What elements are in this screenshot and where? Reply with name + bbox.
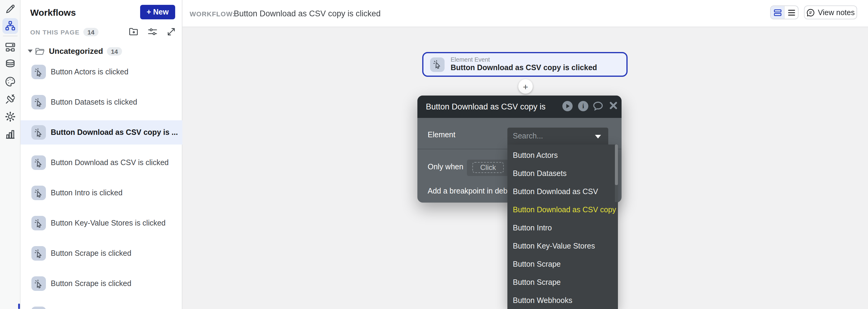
event-type-label: Element Event <box>451 56 490 63</box>
on-this-page-row: ON THIS PAGE 14 <box>30 27 99 36</box>
popup-title: Button Download as CSV copy is <box>426 95 546 118</box>
dropdown-option[interactable]: Button Key-Value Stores <box>507 237 618 255</box>
workflow-item-label: Button Actors is clicked <box>51 60 128 84</box>
comment-icon[interactable] <box>593 101 603 111</box>
database-icon[interactable] <box>2 56 18 72</box>
cursor-click-icon <box>31 216 46 230</box>
cursor-click-icon <box>31 156 46 170</box>
popup-titlebar[interactable]: Button Download as CSV copy is i <box>417 95 622 118</box>
dropdown-caret-icon <box>595 135 601 138</box>
add-step-button[interactable]: + <box>518 79 533 94</box>
dropdown-option[interactable]: Button Scrape <box>507 273 618 291</box>
folder-icon <box>35 47 45 55</box>
workflow-list-item[interactable]: Button Download as CSV is clicked <box>21 150 182 175</box>
workflow-list-item[interactable]: Button Actors is clicked <box>21 60 182 84</box>
cursor-click-icon <box>31 246 46 261</box>
element-dropdown-list: Button ActorsButton DatasetsButton Downl… <box>507 144 618 309</box>
list-view-icon[interactable] <box>784 6 798 19</box>
sliders-icon[interactable] <box>147 27 158 37</box>
dropdown-option[interactable]: Button Webhooks <box>507 291 618 309</box>
click-condition-chip[interactable]: Click <box>472 162 504 173</box>
workflow-item-label: Button Download as CSV copy is ... <box>51 120 178 144</box>
components-icon[interactable] <box>2 39 18 55</box>
workflow-title: Button Download as CSV copy is clicked <box>234 0 380 27</box>
workflow-list-item[interactable]: Button Download as CSV copy is ... <box>21 120 182 144</box>
workflow-list-item[interactable]: Button Key-Value Stores is clicked <box>21 211 182 235</box>
workflow-header: WORKFLOW: Button Download as CSV copy is… <box>182 0 868 27</box>
gear-icon[interactable] <box>2 109 18 124</box>
workflow-item-label: Button Scrape is clicked <box>51 241 131 265</box>
cursor-click-icon <box>31 186 46 200</box>
workflow-editor: Workflows + New ON THIS PAGE 14 Uncatego… <box>0 0 868 309</box>
dropdown-scroll-thumb[interactable] <box>615 144 618 185</box>
left-icon-rail <box>0 0 21 309</box>
workflow-item-label: Button Scrape is clicked <box>51 272 131 296</box>
cards-view-icon[interactable] <box>771 6 784 19</box>
folder-plus-icon[interactable] <box>129 27 139 37</box>
dropdown-option[interactable]: Button Intro <box>507 219 618 237</box>
view-notes-label: View notes <box>818 8 855 17</box>
dropdown-option[interactable]: Button Scrape <box>507 255 618 273</box>
workflow-item-label: Button Intro is clicked <box>51 181 123 205</box>
pencil-icon[interactable] <box>2 1 18 17</box>
workflow-item-label: Button Key-Value Stores is clicked <box>51 211 165 235</box>
only-when-label: Only when <box>428 163 463 171</box>
rail-divider <box>3 36 18 36</box>
element-event-card[interactable]: Element Event Button Download as CSV cop… <box>422 52 628 77</box>
folder-count: 14 <box>106 47 122 55</box>
dropdown-option[interactable]: Button Actors <box>507 146 618 164</box>
workflow-list-item[interactable]: Button Scrape is clicked <box>21 272 182 296</box>
workflow-list-item[interactable] <box>21 302 182 309</box>
cursor-click-icon <box>430 57 444 72</box>
breakpoint-link[interactable]: Add a breakpoint in deb <box>428 187 510 195</box>
element-label: Element <box>428 131 456 139</box>
view-notes-button[interactable]: View notes <box>804 5 857 19</box>
search-placeholder: Search... <box>513 127 543 144</box>
only-when-field[interactable]: Click <box>467 160 514 176</box>
new-workflow-button[interactable]: + New <box>140 5 175 19</box>
dropdown-option[interactable]: Button Datasets <box>507 164 618 182</box>
chevron-down-icon[interactable] <box>28 50 33 53</box>
close-icon[interactable] <box>609 101 619 111</box>
sidebar-title: Workflows <box>30 7 76 18</box>
folder-group-uncategorized[interactable]: Uncategorized 14 <box>25 45 122 57</box>
workflow-list-item[interactable]: Button Scrape is clicked <box>21 241 182 265</box>
chart-icon[interactable] <box>2 127 18 142</box>
workflow-item-label: Button Download as CSV is clicked <box>51 150 168 175</box>
sidebar-scrollbar[interactable] <box>18 304 20 309</box>
workflows-sidebar: Workflows + New ON THIS PAGE 14 Uncatego… <box>21 0 182 309</box>
event-card-title: Button Download as CSV copy is clicked <box>451 63 597 72</box>
info-icon[interactable]: i <box>578 101 588 111</box>
cursor-click-icon <box>31 65 46 79</box>
workflow-list-item[interactable]: Button Intro is clicked <box>21 181 182 205</box>
workflow-label: WORKFLOW: <box>190 0 235 27</box>
play-icon[interactable] <box>562 101 572 111</box>
sidebar-toolbar <box>129 27 176 37</box>
palette-icon[interactable] <box>2 74 18 89</box>
workflow-item-label: Button Datasets is clicked <box>51 90 137 114</box>
dropdown-option[interactable]: Button Download as CSV copy <box>507 200 618 219</box>
workflows-icon[interactable] <box>2 18 18 34</box>
expand-icon[interactable] <box>166 27 176 37</box>
view-toggle <box>770 5 799 19</box>
notes-bubble-icon <box>806 8 815 17</box>
cursor-click-icon <box>31 125 46 140</box>
element-select-input[interactable]: Search... <box>507 127 608 144</box>
on-this-page-label: ON THIS PAGE <box>30 28 80 35</box>
workflow-list-item[interactable]: Button Datasets is clicked <box>21 90 182 114</box>
dropdown-option[interactable]: Button Download as CSV <box>507 182 618 200</box>
folder-name: Uncategorized <box>49 47 103 56</box>
cursor-click-icon <box>31 95 46 109</box>
cursor-click-icon <box>31 307 46 309</box>
cursor-click-icon <box>31 276 46 291</box>
plug-icon[interactable] <box>2 91 18 107</box>
on-this-page-count: 14 <box>83 28 98 36</box>
